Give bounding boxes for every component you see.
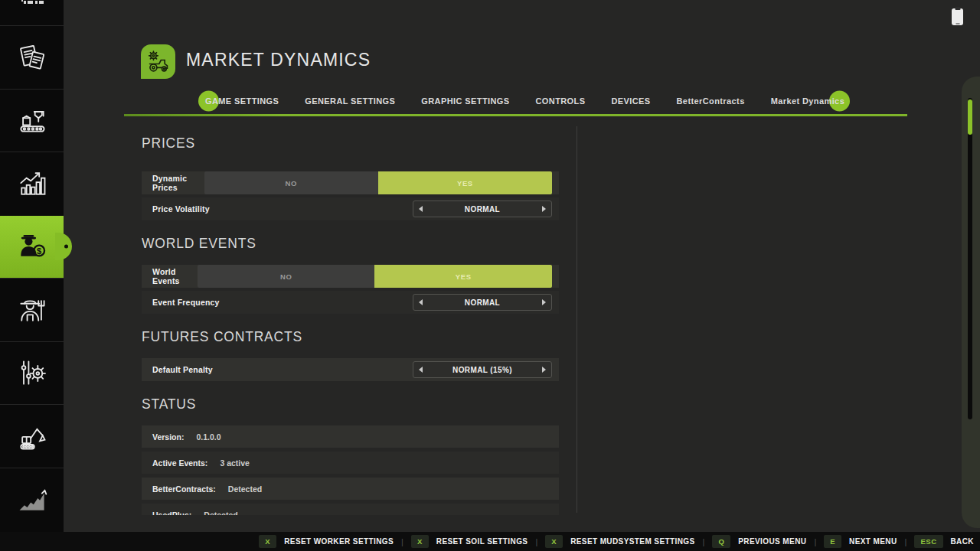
mod-settings-icon — [15, 356, 49, 390]
toggle-no-button[interactable]: NO — [198, 265, 375, 288]
app-icon-badge — [141, 44, 175, 79]
hotkey-reset-soil-settings[interactable]: X RESET SOIL SETTINGS — [411, 535, 528, 548]
tab-bar: GAME SETTINGS GENERAL SETTINGS GRAPHIC S… — [205, 90, 871, 112]
price-trends-icon — [15, 482, 49, 516]
setting-label: Default Penalty — [152, 365, 213, 374]
setting-row-world-events: World Events NO YES — [142, 265, 559, 288]
setting-label: World Events — [152, 267, 198, 285]
stepper-value: NORMAL — [413, 298, 552, 307]
status-row-bettercontracts: BetterContracts: Detected — [142, 478, 559, 500]
key-badge[interactable]: X — [411, 535, 429, 548]
stepper-value: NORMAL — [413, 205, 552, 214]
active-notch-dot — [64, 245, 68, 249]
toggle-yes-button[interactable]: YES — [374, 265, 552, 288]
section-title-world-events: WORLD EVENTS — [142, 236, 559, 252]
separator: | — [401, 537, 403, 546]
tab-game-settings[interactable]: GAME SETTINGS — [205, 96, 279, 106]
setting-label: Event Frequency — [152, 298, 220, 307]
tractor-gear-icon — [145, 48, 172, 76]
status-label: UsedPlus: — [152, 510, 191, 516]
hotkey-reset-mudsystem-settings[interactable]: X RESET MUDSYSTEM SETTINGS — [545, 535, 694, 548]
sidebar-item-market-economy[interactable]: $ — [0, 215, 64, 279]
setting-row-dynamic-prices: Dynamic Prices NO YES — [142, 171, 559, 194]
status-value: 3 active — [220, 458, 250, 468]
contracts-icon — [15, 41, 49, 74]
sidebar: $ — [0, 0, 64, 532]
event-frequency-stepper: NORMAL — [413, 294, 552, 311]
sidebar-item-workers[interactable] — [0, 278, 64, 341]
statistics-icon — [15, 167, 49, 201]
section-title-status: STATUS — [142, 396, 559, 412]
status-row-active-events: Active Events: 3 active — [142, 452, 559, 474]
production-icon — [15, 103, 49, 137]
settings-content: PRICES Dynamic Prices NO YES Price Volat… — [142, 116, 559, 515]
setting-label: Price Volatility — [152, 204, 210, 214]
section-title-prices: PRICES — [142, 135, 559, 152]
scrollbar-panel — [962, 77, 980, 528]
scrollbar-track[interactable] — [968, 98, 972, 419]
tab-market-dynamics[interactable]: Market Dynamics — [771, 96, 845, 106]
status-value: 0.1.0.0 — [196, 432, 220, 442]
key-badge[interactable]: ESC — [914, 535, 942, 548]
status-label: Active Events: — [152, 458, 207, 468]
dynamic-prices-toggle: NO YES — [204, 171, 552, 194]
sidebar-item-statistics[interactable] — [0, 152, 64, 215]
vehicles-partial-icon — [14, 0, 51, 9]
toggle-no-button[interactable]: NO — [204, 171, 378, 194]
hotkey-bar: X RESET WORKER SETTINGS | X RESET SOIL S… — [0, 532, 980, 551]
content-divider — [577, 126, 577, 513]
stepper-box: NORMAL — [413, 201, 552, 217]
workers-icon — [15, 293, 49, 327]
separator: | — [814, 537, 816, 546]
tab-bettercontracts[interactable]: BetterContracts — [677, 96, 745, 106]
construction-icon — [15, 419, 49, 453]
sidebar-item-vehicles[interactable] — [0, 0, 64, 25]
stepper-box: NORMAL — [413, 294, 552, 311]
sidebar-item-price-trends[interactable] — [0, 468, 64, 531]
setting-row-default-penalty: Default Penalty NORMAL (15%) — [142, 358, 559, 381]
key-badge[interactable]: E — [824, 535, 841, 548]
setting-row-event-frequency: Event Frequency NORMAL — [142, 291, 559, 314]
default-penalty-stepper: NORMAL (15%) — [413, 361, 552, 378]
stepper-next-arrow-icon[interactable] — [542, 367, 546, 373]
separator: | — [703, 537, 705, 546]
stepper-value: NORMAL (15%) — [413, 366, 552, 374]
sidebar-item-contracts[interactable] — [0, 25, 64, 89]
separator: | — [535, 537, 537, 546]
market-dynamics-settings-screen: $ — [0, 0, 980, 551]
status-row-version: Version: 0.1.0.0 — [142, 425, 559, 448]
section-title-futures-contracts: FUTURES CONTRACTS — [142, 329, 559, 345]
hotkey-next-menu[interactable]: E NEXT MENU — [824, 535, 897, 548]
stepper-next-arrow-icon[interactable] — [542, 299, 546, 305]
hotkey-reset-worker-settings[interactable]: X RESET WORKER SETTINGS — [259, 535, 394, 548]
toggle-yes-button[interactable]: YES — [378, 171, 552, 194]
svg-text:$: $ — [37, 246, 41, 256]
world-events-toggle: NO YES — [198, 265, 552, 288]
market-economy-icon: $ — [15, 230, 49, 263]
status-label: BetterContracts: — [152, 484, 216, 494]
sidebar-item-construction[interactable] — [0, 404, 64, 468]
tab-devices[interactable]: DEVICES — [611, 96, 650, 106]
setting-label: Dynamic Prices — [152, 174, 204, 192]
hotkey-back[interactable]: ESC BACK — [914, 535, 974, 548]
price-volatility-stepper: NORMAL — [413, 201, 552, 217]
separator: | — [905, 537, 907, 546]
tab-graphic-settings[interactable]: GRAPHIC SETTINGS — [421, 96, 509, 106]
tab-controls[interactable]: CONTROLS — [536, 96, 586, 106]
key-badge[interactable]: Q — [712, 535, 730, 548]
status-value: Detected — [204, 510, 237, 516]
key-badge[interactable]: X — [259, 535, 276, 548]
sidebar-item-mod-settings[interactable] — [0, 341, 64, 405]
stepper-box: NORMAL (15%) — [413, 361, 552, 378]
tab-general-settings[interactable]: GENERAL SETTINGS — [305, 96, 395, 106]
scrollbar-thumb[interactable] — [968, 99, 972, 135]
key-badge[interactable]: X — [545, 535, 563, 548]
page-title: MARKET DYNAMICS — [186, 50, 371, 70]
mobile-device-icon — [952, 8, 963, 25]
hotkey-previous-menu[interactable]: Q PREVIOUS MENU — [712, 535, 806, 548]
status-row-usedplus: UsedPlus: Detected — [142, 504, 559, 515]
stepper-next-arrow-icon[interactable] — [542, 206, 546, 212]
sidebar-item-production[interactable] — [0, 89, 64, 152]
setting-row-price-volatility: Price Volatility NORMAL — [142, 197, 559, 220]
status-value: Detected — [228, 484, 262, 494]
